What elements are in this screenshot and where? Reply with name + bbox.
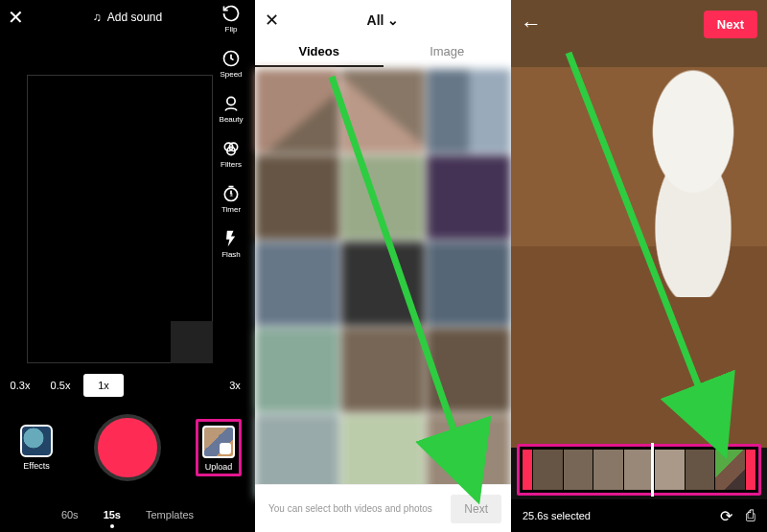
svg-point-1	[227, 97, 235, 104]
timer-tool[interactable]: 3 Timer	[221, 184, 241, 214]
back-icon[interactable]: ←	[521, 12, 542, 36]
trim-handle-left[interactable]	[523, 450, 532, 490]
add-sound-button[interactable]: ♫ Add sound	[93, 11, 162, 24]
timeline-frame[interactable]	[655, 450, 685, 490]
effects-button[interactable]: Effects	[13, 425, 59, 471]
timeline-frame[interactable]	[686, 450, 715, 490]
filters-label: Filters	[221, 160, 242, 169]
playhead[interactable]	[651, 443, 654, 497]
timeline-frame[interactable]	[624, 450, 654, 490]
filters-icon	[221, 139, 241, 158]
duration-bar: 60s 15s Templates	[0, 509, 255, 520]
beauty-icon	[221, 94, 241, 113]
album-dropdown[interactable]: All ⌄	[367, 12, 400, 28]
timer-icon: 3	[221, 184, 241, 203]
timer-label: Timer	[221, 205, 241, 214]
tab-image[interactable]: Image	[384, 38, 512, 67]
media-thumbnail[interactable]	[255, 69, 339, 153]
picker-hint: You can select both videos and photos	[268, 503, 432, 514]
camera-side-tools: Flip Speed Beauty Filters 3 Timer Flash	[213, 4, 249, 259]
speed-icon	[221, 49, 241, 68]
media-thumbnail[interactable]	[427, 69, 511, 153]
duration-60s[interactable]: 60s	[61, 509, 79, 520]
media-thumbnail[interactable]	[427, 328, 511, 412]
chevron-down-icon: ⌄	[387, 12, 399, 28]
flip-tool[interactable]: Flip	[221, 4, 241, 34]
media-thumbnail[interactable]	[341, 242, 426, 326]
flash-icon	[221, 229, 241, 248]
media-thumbnail[interactable]	[255, 155, 339, 240]
speed-label: Speed	[220, 70, 242, 79]
flash-tool[interactable]: Flash	[221, 229, 241, 259]
zoom-bar: 0.3x 0.5x 1x 3x	[0, 371, 255, 400]
media-thumbnail[interactable]	[427, 155, 511, 240]
next-button[interactable]: Next	[704, 11, 757, 38]
next-button[interactable]: Next	[451, 495, 501, 523]
close-icon[interactable]: ✕	[8, 8, 27, 27]
zoom-0-5x[interactable]: 0.5x	[40, 374, 81, 397]
effects-label: Effects	[23, 461, 49, 471]
close-icon[interactable]: ✕	[265, 10, 279, 31]
preview-content	[631, 67, 755, 297]
rotate-icon[interactable]: ⎙	[746, 507, 755, 524]
music-note-icon: ♫	[93, 11, 102, 24]
upload-label: Upload	[205, 462, 233, 472]
beauty-label: Beauty	[220, 115, 244, 124]
camera-viewport	[27, 75, 213, 363]
timeline-frame[interactable]	[715, 450, 745, 490]
selected-duration: 25.6s selected	[523, 510, 591, 521]
speed-tool[interactable]: Speed	[220, 49, 242, 79]
media-thumbnail[interactable]	[341, 328, 426, 412]
timeline-frame[interactable]	[533, 450, 563, 490]
trim-screen: ← Next 25.6s selected ⟳ ⎙	[511, 0, 767, 532]
trim-timeline[interactable]	[517, 444, 761, 496]
flip-label: Flip	[225, 25, 238, 34]
media-type-tabs: Videos Image	[255, 38, 511, 67]
flip-icon	[221, 4, 241, 23]
filters-tool[interactable]: Filters	[221, 139, 242, 169]
add-sound-label: Add sound	[107, 11, 162, 24]
media-thumbnail[interactable]	[255, 242, 339, 326]
media-grid	[255, 69, 511, 484]
video-preview	[511, 0, 767, 448]
trim-bottom-bar: 25.6s selected ⟳ ⎙	[511, 499, 767, 532]
beauty-tool[interactable]: Beauty	[220, 94, 244, 124]
media-thumbnail[interactable]	[341, 69, 426, 153]
timeline-frame[interactable]	[593, 450, 623, 490]
camera-screen: ✕ ♫ Add sound Flip Speed Beauty Filters …	[0, 0, 255, 532]
speed-icon[interactable]: ⟳	[720, 507, 732, 525]
effects-icon	[20, 425, 53, 457]
duration-15s[interactable]: 15s	[104, 509, 121, 520]
zoom-1x[interactable]: 1x	[83, 374, 124, 397]
picker-bottom-bar: You can select both videos and photos Ne…	[255, 484, 511, 532]
flash-label: Flash	[221, 250, 241, 259]
duration-templates[interactable]: Templates	[146, 509, 194, 520]
record-button[interactable]	[98, 418, 157, 477]
svg-text:3: 3	[229, 192, 232, 197]
viewport-corner	[171, 321, 213, 363]
trim-handle-right[interactable]	[746, 450, 755, 490]
album-dropdown-label: All	[367, 12, 384, 28]
tab-videos[interactable]: Videos	[255, 38, 384, 67]
media-thumbnail[interactable]	[427, 242, 511, 326]
gallery-picker-screen: ✕ All ⌄ Videos Image You can select both…	[255, 0, 511, 532]
timeline-frame[interactable]	[564, 450, 593, 490]
upload-icon	[202, 426, 235, 458]
media-thumbnail[interactable]	[255, 328, 339, 412]
upload-button[interactable]: Upload	[196, 419, 242, 476]
zoom-3x[interactable]: 3x	[215, 374, 255, 397]
media-thumbnail[interactable]	[341, 155, 426, 240]
zoom-0-3x[interactable]: 0.3x	[0, 374, 40, 397]
